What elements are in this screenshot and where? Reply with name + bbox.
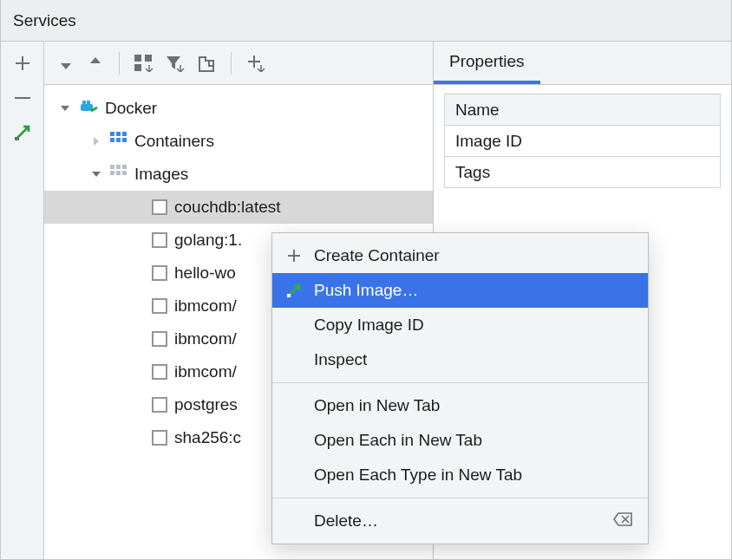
svg-rect-17 (110, 171, 114, 175)
checkbox-icon[interactable] (152, 397, 167, 413)
menu-item-label: Open Each Type in New Tab (314, 466, 522, 485)
menu-item-label: Inspect (314, 350, 367, 369)
checkbox-icon[interactable] (152, 331, 167, 347)
svg-rect-14 (110, 165, 114, 169)
menu-item-inspect[interactable]: Inspect (272, 342, 648, 377)
plus-icon (284, 249, 304, 263)
svg-rect-12 (116, 138, 121, 142)
docker-icon (79, 99, 98, 119)
svg-rect-7 (87, 101, 90, 104)
tree-node-label: hello-wo (174, 264, 236, 283)
svg-rect-8 (110, 132, 114, 136)
svg-rect-15 (116, 165, 121, 169)
menu-item-copy-image-id[interactable]: Copy Image ID (272, 308, 648, 342)
svg-rect-1 (15, 137, 19, 140)
svg-rect-11 (110, 138, 114, 142)
svg-rect-4 (134, 64, 141, 71)
tree-node-label: ibmcom/ (174, 362, 237, 381)
menu-separator (272, 498, 648, 498)
chevron-right-icon (89, 134, 103, 148)
svg-rect-13 (122, 138, 127, 142)
chevron-down-icon (58, 101, 72, 115)
property-row[interactable]: Image ID (445, 126, 720, 157)
menu-item-label: Push Image… (314, 281, 418, 300)
tree-node-label: couchdb:latest (174, 198, 281, 217)
chevron-down-icon (89, 167, 103, 181)
tree-node-label: Docker (105, 99, 157, 118)
context-menu: Create Container Push Image… Copy Image … (271, 232, 649, 544)
run-button[interactable] (11, 121, 34, 144)
tree-toolbar (44, 42, 433, 85)
svg-rect-0 (15, 97, 30, 99)
svg-rect-19 (122, 171, 127, 175)
tree-node-label: Containers (134, 132, 214, 151)
open-tab-button[interactable] (193, 50, 220, 76)
properties-tabbar: Properties (433, 42, 731, 85)
containers-icon (110, 132, 127, 152)
add-service-button[interactable] (242, 50, 270, 76)
svg-rect-18 (116, 171, 121, 175)
menu-item-open-each-type-new-tab[interactable]: Open Each Type in New Tab (272, 458, 648, 492)
tree-node-label: golang:1. (174, 231, 242, 250)
property-name: Tags (455, 163, 490, 182)
tree-node-label: ibmcom/ (174, 329, 237, 348)
menu-item-open-new-tab[interactable]: Open in New Tab (272, 388, 648, 423)
column-header-text: Name (455, 101, 500, 120)
svg-rect-3 (145, 55, 152, 62)
svg-rect-16 (122, 165, 127, 169)
gutter-toolbar (1, 42, 44, 559)
svg-rect-6 (82, 101, 86, 104)
menu-item-create-container[interactable]: Create Container (272, 238, 648, 273)
menu-item-label: Open in New Tab (314, 396, 440, 415)
tree-node-label: Images (134, 165, 188, 184)
svg-rect-2 (134, 55, 141, 62)
menu-item-label: Create Container (314, 246, 440, 265)
menu-item-label: Copy Image ID (314, 316, 424, 335)
menu-item-label: Open Each in New Tab (314, 431, 482, 450)
expand-all-button[interactable] (53, 50, 79, 76)
tree-node-image[interactable]: couchdb:latest (44, 191, 433, 224)
collapse-all-button[interactable] (82, 50, 108, 76)
panel-title: Services (0, 0, 732, 42)
checkbox-icon[interactable] (152, 364, 167, 380)
svg-rect-20 (287, 294, 291, 297)
add-button[interactable] (11, 52, 34, 75)
menu-item-label: Delete… (314, 511, 603, 531)
backspace-icon (613, 511, 632, 531)
property-name: Image ID (455, 132, 522, 151)
menu-item-open-each-new-tab[interactable]: Open Each in New Tab (272, 423, 648, 458)
remove-button[interactable] (11, 87, 34, 109)
checkbox-icon[interactable] (152, 265, 167, 281)
checkbox-icon[interactable] (152, 430, 167, 446)
tab-properties[interactable]: Properties (434, 42, 540, 84)
panel-title-text: Services (13, 11, 76, 29)
tree-node-label: postgres (174, 395, 238, 414)
tab-label: Properties (449, 52, 525, 71)
checkbox-icon[interactable] (152, 199, 167, 215)
group-by-button[interactable] (130, 50, 158, 76)
checkbox-icon[interactable] (152, 298, 167, 314)
svg-rect-10 (122, 132, 127, 136)
toolbar-separator (231, 52, 232, 75)
tree-node-label: sha256:c (174, 428, 241, 447)
push-icon (284, 283, 304, 297)
svg-rect-9 (116, 132, 121, 136)
images-icon (110, 165, 127, 185)
toolbar-separator (119, 52, 120, 75)
property-row[interactable]: Tags (445, 157, 720, 188)
menu-separator (272, 382, 648, 383)
tree-node-docker[interactable]: Docker (44, 92, 433, 125)
filter-button[interactable] (161, 50, 189, 76)
menu-item-push-image[interactable]: Push Image… (272, 273, 648, 308)
menu-item-delete[interactable]: Delete… (272, 504, 648, 538)
properties-column-header[interactable]: Name (445, 94, 720, 126)
tree-node-label: ibmcom/ (174, 296, 237, 316)
tree-node-images[interactable]: Images (44, 158, 433, 191)
properties-table: Name Image ID Tags (444, 94, 721, 188)
tree-node-containers[interactable]: Containers (44, 125, 433, 158)
checkbox-icon[interactable] (152, 232, 167, 248)
